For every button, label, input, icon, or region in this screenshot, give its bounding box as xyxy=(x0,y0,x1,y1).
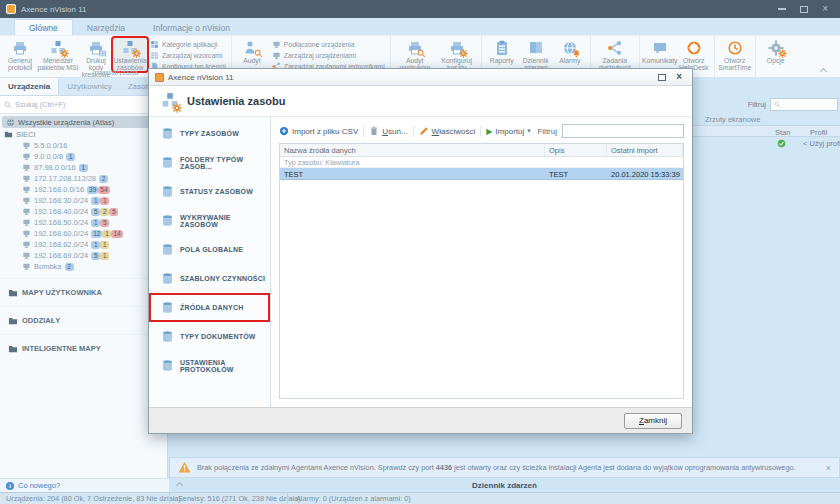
tree-item-sieci[interactable]: SIECI xyxy=(0,129,167,140)
network-tree-item[interactable]: 192.168.40.0/24 525 xyxy=(0,206,167,217)
settings-nav-item[interactable]: WYKRYWANIE ZASOBÓW xyxy=(149,206,270,235)
tab-glowne[interactable]: Główne xyxy=(14,19,73,35)
network-name: 192.168.62.0/24 xyxy=(34,240,88,249)
connected-devices-button[interactable]: Podłączone urządzenia xyxy=(272,40,385,49)
settings-nav-item[interactable]: STATUSY ZASOBÓW xyxy=(149,177,270,206)
close-icon[interactable]: × xyxy=(676,73,682,81)
tab-narzedzia[interactable]: Narzędzia xyxy=(73,20,139,35)
ribbon-button-label: Komunikaty xyxy=(642,57,678,64)
generate-protocol-button[interactable]: Generuj protokół xyxy=(3,38,37,71)
dropdown-caret-icon: ▾ xyxy=(527,127,531,135)
column-stan[interactable]: Stan xyxy=(775,128,790,137)
network-tree-item[interactable]: 5.5.0.0/16 xyxy=(0,140,167,151)
ribbon-button-label: Raporty xyxy=(490,57,514,64)
profile-value: < Użyj profilu xyxy=(803,139,840,148)
folder-label: MAPY UŻYTKOWNIKA xyxy=(22,288,102,297)
open-smarttime-button[interactable]: Otwórz SmartTime xyxy=(718,38,752,71)
network-tree-item[interactable]: 192.168.69.0/24 51 xyxy=(0,250,167,261)
settings-nav-item[interactable]: ŹRÓDŁA DANYCH xyxy=(149,293,270,322)
properties-button[interactable]: Właściwości xyxy=(419,126,476,136)
settings-nav-item[interactable]: USTAWIENIA PROTOKOŁÓW xyxy=(149,351,270,380)
settings-nav-item[interactable]: TYPY DOKUMENTÓW xyxy=(149,322,270,351)
close-dialog-button[interactable]: Zamknij xyxy=(624,413,682,429)
data-sources-toolbar: Import z pliku CSV Usuń... Właściwości xyxy=(279,123,684,139)
settings-nav-item[interactable]: FOLDERY TYPÓW ZASOB... xyxy=(149,148,270,177)
options-button[interactable]: Opcje xyxy=(759,38,793,64)
tab-uzytkownicy[interactable]: Użytkownicy xyxy=(59,78,119,95)
ribbon-button-label: Otwórz SmartTime xyxy=(718,57,752,71)
network-tree-item[interactable]: 9.0.0.0/8 1 xyxy=(0,151,167,162)
maximize-icon[interactable] xyxy=(658,74,666,81)
sidebar-folder-item[interactable]: INTELIGENTNE MAPY xyxy=(0,334,167,362)
nav-item-icon xyxy=(161,330,174,343)
count-badge-blue: 2 xyxy=(99,175,108,183)
print-audit-button[interactable]: Audyt wydruków xyxy=(394,38,436,71)
status-devices: Urządzenia: 204 (80 Ok, 7 Ostrzeżenie, 8… xyxy=(0,493,169,504)
package-gear-icon xyxy=(50,40,66,56)
tab-informacje[interactable]: Informacje o nVision xyxy=(139,20,244,35)
sidebar-folder-item[interactable]: MAPY UŻYTKOWNIKA xyxy=(0,278,167,306)
network-name: Bombka xyxy=(34,262,62,271)
close-icon[interactable]: × xyxy=(822,5,828,13)
settings-nav-item[interactable]: SZABLONY CZYNNOŚCI xyxy=(149,264,270,293)
count-badge-blue: 1 xyxy=(91,241,100,249)
network-tree-item[interactable]: 192.168.62.0/24 11 xyxy=(0,239,167,250)
event-log-title: Dziennik zdarzeń xyxy=(472,481,537,490)
messages-button[interactable]: Komunikaty xyxy=(643,38,677,64)
nav-item-icon xyxy=(161,272,174,285)
dismiss-warning-icon[interactable]: × xyxy=(826,463,831,473)
network-tree-item[interactable]: Bombka 2 xyxy=(0,261,167,272)
search-input[interactable] xyxy=(15,100,163,109)
network-tree-item[interactable]: 192.168.0.0/16 3954 xyxy=(0,184,167,195)
reports-button[interactable]: Raporty xyxy=(485,38,519,64)
filter-input[interactable] xyxy=(570,127,680,136)
expand-panel-icon[interactable] xyxy=(176,482,183,489)
ribbon-group-smarttime: Otwórz SmartTime xyxy=(715,36,756,77)
table-row[interactable]: TEST TEST 20.01.2020 15:33:39 xyxy=(280,168,683,180)
application-window: Axence nVision 11 × Główne Narzędzia Inf… xyxy=(0,0,840,504)
printer-icon xyxy=(12,40,28,56)
import-button[interactable]: ▶ Importuj ▾ xyxy=(486,127,531,136)
tree-item-atlas[interactable]: Wszystkie urządzenia (Atlas) xyxy=(2,116,165,128)
event-log-button[interactable]: Dziennik zdarzeń xyxy=(519,38,553,71)
printer-loupe-icon xyxy=(407,40,423,56)
settings-nav-item[interactable]: TYPY ZASOBÓW xyxy=(149,119,270,148)
warning-text: Brak połączenia ze zdalnymi Agentami Axe… xyxy=(197,463,796,472)
network-tree-item[interactable]: 192.168.60.0/24 12114 xyxy=(0,228,167,239)
open-helpdesk-button[interactable]: Otwórz HelpDesk xyxy=(677,38,711,71)
settings-nav-item[interactable]: POLA GLOBALNE xyxy=(149,235,270,264)
column-ostatni-import[interactable]: Ostatni import xyxy=(607,144,683,156)
column-opis[interactable]: Opis xyxy=(545,144,607,156)
filter-input[interactable] xyxy=(770,98,838,111)
delete-button[interactable]: Usuń... xyxy=(369,126,407,136)
alarms-button[interactable]: Alarmy xyxy=(553,38,587,64)
audit-button[interactable]: Audyt xyxy=(235,38,269,64)
manage-patterns-button[interactable]: Zarządzaj wzorcami xyxy=(150,51,226,60)
collapse-ribbon-icon[interactable] xyxy=(821,66,828,73)
nav-item-icon xyxy=(161,359,174,372)
manage-devices-button[interactable]: Zarządzaj urządzeniami xyxy=(272,51,385,60)
app-categories-button[interactable]: Kategorie aplikacji xyxy=(150,40,226,49)
whats-new-link[interactable]: Co nowego? xyxy=(18,481,60,490)
ribbon-button-label: Audyt xyxy=(243,57,260,64)
minimize-icon[interactable] xyxy=(778,8,786,10)
sidebar-folder-item[interactable]: ODDZIAŁY xyxy=(0,306,167,334)
maximize-icon[interactable] xyxy=(800,6,808,13)
column-profil[interactable]: Profil xyxy=(810,128,827,137)
trash-icon xyxy=(369,126,379,136)
asset-settings-button[interactable]: Ustawienia zasobów xyxy=(113,38,147,71)
tab-urzadzenia[interactable]: Urządzenia xyxy=(0,78,59,95)
network-tree-item[interactable]: 172.17.208.112/28 2 xyxy=(0,173,167,184)
count-badge-red: 5 xyxy=(109,208,118,216)
network-tree-item[interactable]: 87.98.0.0/16 1 xyxy=(0,162,167,173)
column-name[interactable]: Nazwa źródła danych xyxy=(280,144,545,156)
msi-package-manager-button[interactable]: Menedżer pakietów MSI xyxy=(37,38,79,71)
nav-item-label: TYPY ZASOBÓW xyxy=(180,130,239,137)
import-csv-button[interactable]: Import z pliku CSV xyxy=(279,126,358,136)
count-badge-red: 14 xyxy=(111,230,122,238)
screenshots-table-row[interactable]: < Użyj profilu xyxy=(693,137,840,150)
network-tree-item[interactable]: 192.168.50.0/24 15 xyxy=(0,217,167,228)
distribution-tasks-button[interactable]: Zadania dystrybucji xyxy=(594,38,636,71)
nav-item-label: USTAWIENIA PROTOKOŁÓW xyxy=(180,359,270,373)
network-tree-item[interactable]: 192.168.30.0/24 11 xyxy=(0,195,167,206)
